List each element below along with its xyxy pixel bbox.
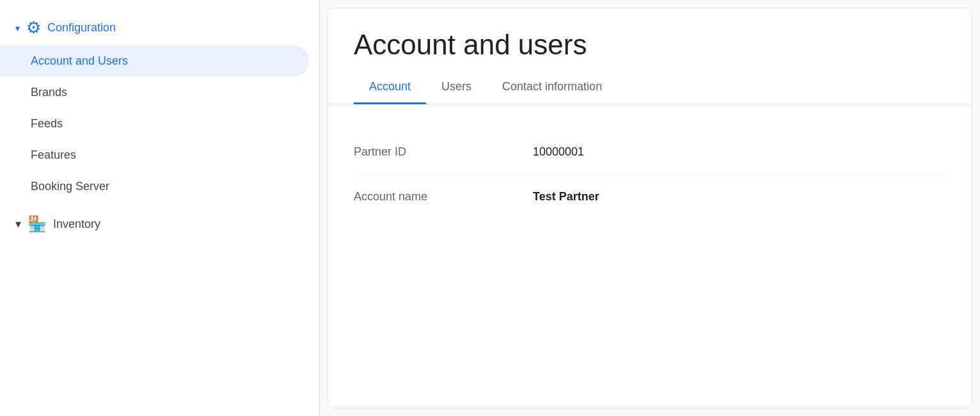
main-content: Account and users Account Users Contact … — [328, 8, 972, 408]
partner-id-label: Partner ID — [354, 145, 533, 159]
partner-id-row: Partner ID 10000001 — [354, 130, 946, 175]
tab-users[interactable]: Users — [426, 71, 487, 104]
gear-icon: ⚙ — [26, 18, 41, 38]
inventory-icon: 🏪 — [28, 215, 47, 233]
tab-account[interactable]: Account — [354, 71, 426, 104]
partner-id-value: 10000001 — [533, 145, 584, 159]
chevron-down-icon-inventory: ▾ — [15, 217, 21, 231]
inventory-label: Inventory — [53, 218, 100, 231]
sidebar-item-features[interactable]: Features — [0, 140, 319, 171]
account-name-value: Test Partner — [533, 190, 599, 204]
chevron-down-icon: ▾ — [15, 23, 20, 33]
tab-contact-information[interactable]: Contact information — [487, 71, 617, 104]
configuration-section-header[interactable]: ▾ ⚙ Configuration — [0, 10, 319, 45]
sidebar-item-account-and-users[interactable]: Account and Users — [0, 45, 309, 77]
sidebar: ▾ ⚙ Configuration Account and Users Bran… — [0, 0, 320, 416]
inventory-section-header[interactable]: ▾ 🏪 Inventory — [0, 207, 319, 241]
account-content: Partner ID 10000001 Account name Test Pa… — [328, 104, 972, 408]
tabs-container: Account Users Contact information — [328, 71, 972, 104]
sidebar-item-booking-server[interactable]: Booking Server — [0, 171, 319, 202]
configuration-label: Configuration — [47, 21, 116, 35]
sidebar-item-label-account-and-users[interactable]: Account and Users — [0, 45, 309, 77]
sidebar-item-brands[interactable]: Brands — [0, 77, 319, 108]
page-title: Account and users — [328, 8, 972, 71]
sidebar-item-feeds[interactable]: Feeds — [0, 108, 319, 140]
account-name-row: Account name Test Partner — [354, 175, 946, 219]
account-name-label: Account name — [354, 190, 533, 204]
